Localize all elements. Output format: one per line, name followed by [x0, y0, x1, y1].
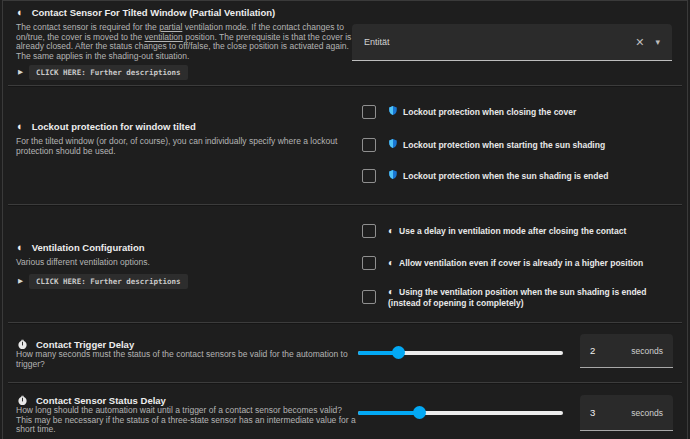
- section-divider: [8, 322, 682, 323]
- status-delay-description: How long should the automation wait unti…: [16, 406, 356, 435]
- section-divider: [8, 382, 682, 383]
- slider-fill: [358, 411, 420, 415]
- panel-border-left: [2, 0, 3, 439]
- contact-sensor-expander[interactable]: ▶ CLICK HERE: Further descriptions: [18, 65, 188, 80]
- shield-half-icon: [388, 171, 398, 181]
- checkbox-ventilation-position-shading-end[interactable]: [362, 290, 376, 304]
- further-descriptions-chip: CLICK HERE: Further descriptions: [29, 274, 188, 289]
- lockout-option-row: Lockout protection when the sun shading …: [362, 168, 676, 184]
- lockout-option-label[interactable]: Lockout protection when starting the sun…: [388, 138, 605, 151]
- trigger-delay-slider[interactable]: [358, 351, 563, 355]
- status-delay-unit: seconds: [631, 408, 663, 418]
- ventilation-title: Ventilation Configuration: [32, 242, 145, 253]
- checkbox-lockout-sun-shading-end[interactable]: [362, 169, 376, 183]
- checkbox-ventilation-higher-position[interactable]: [362, 256, 376, 270]
- contact-sensor-header: ◐ Contact Sensor For Tilted Window (Part…: [17, 7, 275, 18]
- trigger-delay-value: 2: [590, 345, 595, 356]
- ventilation-option-label[interactable]: ◐Using the ventilation position when the…: [388, 285, 676, 309]
- ventilation-option-row: ◐Using the ventilation position when the…: [362, 284, 676, 310]
- entity-picker-field[interactable]: Entität ✕ ▾: [352, 24, 672, 61]
- lockout-option-label[interactable]: Lockout protection when closing the cove…: [388, 105, 576, 118]
- circle-half-icon: ◐: [388, 225, 394, 236]
- ventilation-description: Various different ventilation options.: [16, 258, 354, 268]
- ventilation-option-label[interactable]: ◐Use a delay in ventilation mode after c…: [388, 224, 626, 237]
- checkbox-ventilation-delay[interactable]: [362, 224, 376, 238]
- trigger-delay-value-field[interactable]: 2 seconds: [580, 334, 673, 368]
- lockout-title: Lockout protection for window tilted: [32, 121, 196, 132]
- circle-half-icon: ◐: [388, 257, 394, 268]
- lockout-option-row: Lockout protection when starting the sun…: [362, 137, 676, 153]
- trigger-delay-title: Contact Trigger Delay: [36, 339, 134, 350]
- trigger-delay-description: How many seconds must the status of the …: [16, 350, 354, 369]
- contact-sensor-title: Contact Sensor For Tilted Window (Partia…: [32, 7, 276, 18]
- ventilation-expander[interactable]: ▶ CLICK HERE: Further descriptions: [18, 274, 188, 289]
- blueprint-config-panel: ◐ Contact Sensor For Tilted Window (Part…: [0, 0, 690, 439]
- further-descriptions-chip: CLICK HERE: Further descriptions: [29, 65, 188, 80]
- trigger-delay-unit: seconds: [631, 346, 663, 356]
- ventilation-option-label[interactable]: ◐Allow ventilation even if cover is alre…: [388, 256, 643, 269]
- collapsed-arrow-icon: ▶: [18, 278, 23, 285]
- dropdown-arrow-icon[interactable]: ▾: [655, 38, 660, 47]
- collapsed-arrow-icon: ▶: [18, 69, 23, 76]
- lockout-header: ◐ Lockout protection for window tilted: [17, 121, 196, 132]
- entity-picker-label: Entität: [364, 37, 635, 47]
- panel-border-right: [687, 0, 688, 439]
- panel-border-top: [2, 0, 688, 1]
- contact-sensor-description: The contact sensor is required for the p…: [16, 23, 352, 62]
- slider-thumb[interactable]: [413, 406, 426, 419]
- ventilation-header: ◐ Ventilation Configuration: [17, 242, 145, 253]
- section-divider: [8, 85, 682, 86]
- circle-half-icon: ◐: [17, 7, 24, 18]
- ventilation-option-row: ◐Allow ventilation even if cover is alre…: [362, 255, 676, 271]
- shield-half-icon: [388, 107, 398, 117]
- ventilation-option-row: ◐Use a delay in ventilation mode after c…: [362, 223, 676, 239]
- status-delay-value-field[interactable]: 3 seconds: [580, 395, 673, 431]
- section-divider: [8, 204, 682, 205]
- shield-half-icon: [388, 140, 398, 150]
- circle-half-icon: ◐: [17, 242, 24, 253]
- status-delay-title: Contact Sensor Status Delay: [36, 395, 166, 406]
- circle-half-icon: ◐: [17, 121, 24, 132]
- slider-thumb[interactable]: [392, 346, 405, 359]
- circle-half-icon: ◐: [388, 286, 394, 297]
- lockout-description: For the tilted window (or door, of cours…: [16, 137, 354, 156]
- checkbox-lockout-sun-shading-start[interactable]: [362, 138, 376, 152]
- lockout-option-row: Lockout protection when closing the cove…: [362, 104, 676, 120]
- clear-icon[interactable]: ✕: [635, 37, 644, 48]
- status-delay-value: 3: [590, 407, 595, 418]
- status-delay-slider[interactable]: [358, 411, 563, 415]
- checkbox-lockout-closing[interactable]: [362, 105, 376, 119]
- lockout-option-label[interactable]: Lockout protection when the sun shading …: [388, 169, 608, 182]
